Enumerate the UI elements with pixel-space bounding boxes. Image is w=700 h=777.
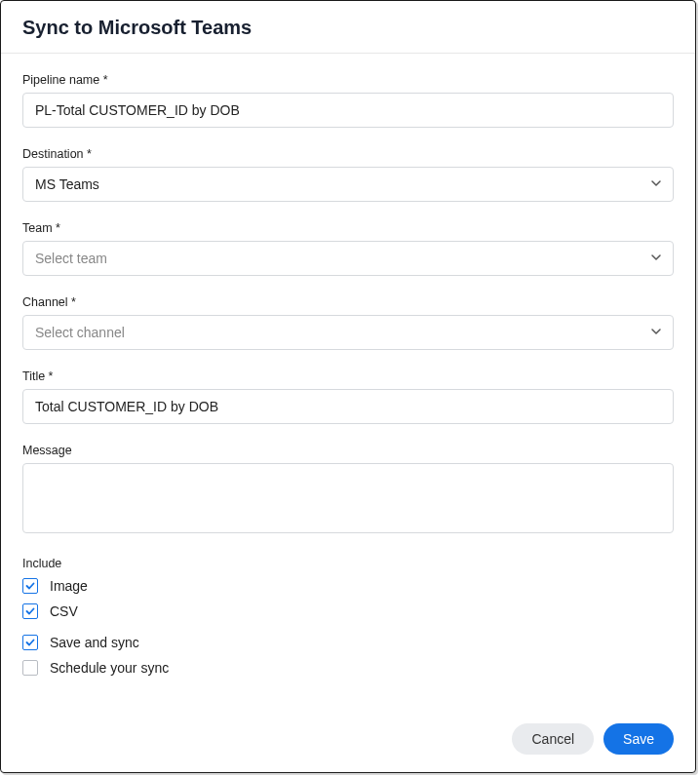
- include-csv-label: CSV: [50, 603, 78, 619]
- destination-group: Destination * MS Teams: [22, 147, 674, 202]
- schedule-checkbox[interactable]: [22, 660, 38, 676]
- save-button[interactable]: Save: [603, 723, 674, 755]
- save-sync-row: Save and sync: [22, 635, 674, 650]
- include-heading: Include: [22, 557, 674, 570]
- message-label: Message: [22, 444, 674, 457]
- pipeline-name-input[interactable]: [22, 93, 674, 128]
- schedule-row: Schedule your sync: [22, 660, 674, 676]
- schedule-label: Schedule your sync: [50, 660, 169, 676]
- pipeline-name-group: Pipeline name *: [22, 73, 674, 128]
- title-group: Title *: [22, 369, 674, 424]
- include-csv-row: CSV: [22, 603, 674, 619]
- channel-select[interactable]: Select channel: [22, 315, 674, 350]
- pipeline-name-label: Pipeline name *: [22, 73, 674, 87]
- team-select-wrapper: Select team: [22, 241, 674, 276]
- modal-footer: Cancel Save: [1, 710, 695, 772]
- modal-header: Sync to Microsoft Teams: [1, 1, 695, 54]
- channel-select-wrapper: Select channel: [22, 315, 674, 350]
- modal-title: Sync to Microsoft Teams: [22, 17, 674, 39]
- channel-placeholder: Select channel: [35, 325, 125, 340]
- team-placeholder: Select team: [35, 251, 107, 266]
- destination-select-wrapper: MS Teams: [22, 167, 674, 202]
- title-label: Title *: [22, 369, 674, 383]
- title-input[interactable]: [22, 389, 674, 424]
- destination-select[interactable]: MS Teams: [22, 167, 674, 202]
- channel-label: Channel *: [22, 295, 674, 309]
- message-textarea[interactable]: [22, 463, 674, 533]
- include-image-label: Image: [50, 578, 88, 594]
- include-group: Include Image CSV Save and sync: [22, 557, 674, 676]
- include-csv-checkbox[interactable]: [22, 603, 38, 619]
- sync-modal: Sync to Microsoft Teams Pipeline name * …: [0, 0, 696, 773]
- include-image-row: Image: [22, 578, 674, 594]
- check-icon: [25, 638, 35, 647]
- save-sync-checkbox[interactable]: [22, 635, 38, 650]
- team-select[interactable]: Select team: [22, 241, 674, 276]
- destination-value: MS Teams: [35, 176, 99, 192]
- check-icon: [25, 581, 35, 591]
- include-image-checkbox[interactable]: [22, 578, 38, 594]
- team-label: Team *: [22, 221, 674, 235]
- message-group: Message: [22, 444, 674, 537]
- save-sync-label: Save and sync: [50, 635, 139, 650]
- team-group: Team * Select team: [22, 221, 674, 276]
- cancel-button[interactable]: Cancel: [512, 723, 594, 755]
- check-icon: [25, 606, 35, 616]
- channel-group: Channel * Select channel: [22, 295, 674, 350]
- destination-label: Destination *: [22, 147, 674, 161]
- modal-body: Pipeline name * Destination * MS Teams T…: [1, 54, 695, 710]
